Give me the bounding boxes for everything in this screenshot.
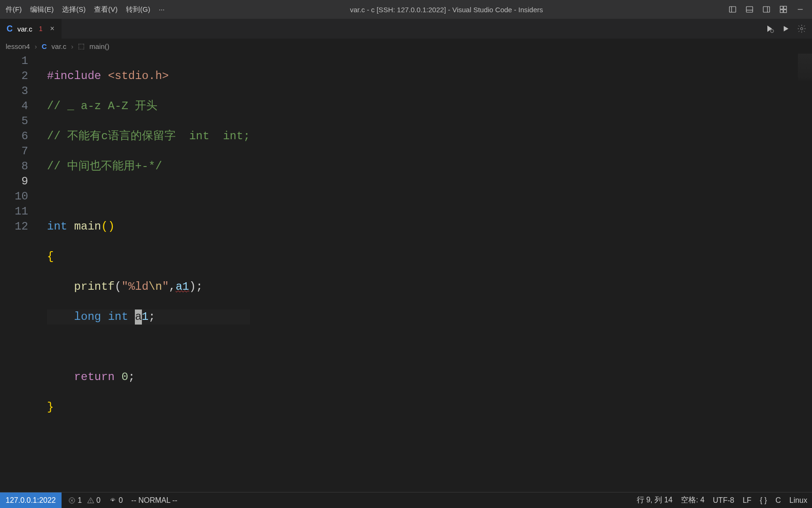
- editor[interactable]: 1 2 3 4 5 6 7 8 9 10 11 12 #include <std…: [0, 54, 812, 492]
- os-indicator[interactable]: Linux: [789, 496, 807, 505]
- ports-count: 0: [118, 496, 123, 504]
- breadcrumb-sep-icon: ›: [71, 42, 73, 50]
- token: 0: [121, 371, 128, 383]
- window-controls: [728, 5, 808, 14]
- encoding[interactable]: UTF-8: [713, 496, 734, 505]
- layout-customize-icon[interactable]: [779, 5, 788, 14]
- token: long: [74, 310, 102, 323]
- token: // _ a-z A-Z 开头: [47, 100, 157, 112]
- run-icon[interactable]: [781, 24, 790, 33]
- indentation[interactable]: 空格: 4: [681, 495, 704, 505]
- titlebar: 件(F) 编辑(E) 选择(S) 查看(V) 转到(G) ··· var.c -…: [0, 0, 812, 19]
- layout-panel-icon[interactable]: [745, 5, 754, 14]
- token: ,: [169, 280, 175, 293]
- token: ": [121, 280, 128, 293]
- line-number: 9: [0, 174, 28, 189]
- cursor-block: a: [135, 310, 141, 325]
- breadcrumb[interactable]: lesson4 › C var.c › ⬚ main(): [0, 39, 812, 54]
- warning-icon: [87, 497, 94, 504]
- line-number: 12: [0, 219, 28, 234]
- remote-host-badge[interactable]: 127.0.0.1:2022: [0, 492, 62, 508]
- c-lang-icon: C: [42, 42, 47, 50]
- menubar: 件(F) 编辑(E) 选择(S) 查看(V) 转到(G) ···: [4, 5, 164, 14]
- menu-more[interactable]: ···: [159, 5, 165, 14]
- line-number: 6: [0, 129, 28, 144]
- bracket-pair[interactable]: { }: [760, 496, 767, 505]
- token: #include: [47, 70, 101, 82]
- line-number: 10: [0, 189, 28, 204]
- line-number: 8: [0, 159, 28, 174]
- problems-errors[interactable]: 1 0: [68, 496, 101, 505]
- error-icon: [68, 497, 76, 504]
- breadcrumb-file[interactable]: var.c: [52, 42, 67, 50]
- svg-point-19: [90, 502, 91, 502]
- breadcrumb-symbol[interactable]: main(): [89, 42, 109, 50]
- line-number: 7: [0, 144, 28, 159]
- svg-point-14: [801, 28, 803, 30]
- tab-close-icon[interactable]: ×: [50, 24, 54, 33]
- svg-rect-9: [784, 10, 787, 13]
- token: (): [101, 220, 115, 233]
- tabbar: C var.c 1 ×: [0, 19, 812, 39]
- menu-select[interactable]: 选择(S): [62, 5, 86, 14]
- eol[interactable]: LF: [742, 496, 751, 505]
- svg-rect-2: [746, 7, 753, 12]
- line-number: 2: [0, 69, 28, 84]
- vim-mode: -- NORMAL --: [131, 496, 177, 505]
- error-token: a1: [176, 280, 189, 293]
- settings-gear-icon[interactable]: [797, 24, 806, 33]
- breadcrumb-folder[interactable]: lesson4: [6, 42, 30, 50]
- menu-edit[interactable]: 编辑(E): [30, 5, 54, 14]
- token: return: [74, 371, 115, 383]
- svg-marker-11: [767, 25, 772, 32]
- svg-rect-4: [763, 7, 770, 12]
- editor-actions: [765, 24, 812, 33]
- token: int: [108, 310, 128, 323]
- line-number: 11: [0, 204, 28, 219]
- warning-count: 0: [96, 496, 101, 504]
- line-number: 5: [0, 114, 28, 129]
- tab-var-c[interactable]: C var.c 1 ×: [0, 19, 62, 39]
- line-number: 4: [0, 99, 28, 114]
- layout-sidebar-right-icon[interactable]: [762, 5, 771, 14]
- layout-sidebar-left-icon[interactable]: [728, 5, 737, 14]
- radio-icon: [109, 497, 117, 504]
- window-title: var.c - c [SSH: 127.0.0.1:2022] - Visual…: [164, 6, 728, 14]
- line-number: 3: [0, 84, 28, 99]
- minimize-icon[interactable]: [796, 5, 804, 14]
- error-count: 1: [78, 496, 82, 504]
- token: {: [47, 250, 54, 263]
- menu-file[interactable]: 件(F): [6, 5, 22, 14]
- token: \n: [148, 280, 162, 293]
- language-mode[interactable]: C: [775, 496, 781, 505]
- token: (: [115, 280, 121, 293]
- svg-rect-7: [784, 6, 787, 9]
- code-area[interactable]: #include <stdio.h> // _ a-z A-Z 开头 // 不能…: [38, 54, 250, 492]
- token: );: [189, 280, 203, 293]
- line-number: 1: [0, 54, 28, 69]
- token: ;: [148, 310, 155, 323]
- ports-indicator[interactable]: 0: [109, 496, 123, 505]
- token: printf: [74, 280, 115, 293]
- svg-rect-6: [780, 6, 783, 9]
- tab-error-badge: 1: [39, 25, 43, 32]
- symbol-function-icon: ⬚: [78, 42, 85, 50]
- svg-rect-8: [780, 10, 783, 13]
- menu-go[interactable]: 转到(G): [126, 5, 150, 14]
- minimap[interactable]: [798, 54, 812, 101]
- menu-view[interactable]: 查看(V): [94, 5, 117, 14]
- token: ": [162, 280, 169, 293]
- token: <stdio.h>: [108, 70, 169, 82]
- cursor-position[interactable]: 行 9, 列 14: [637, 495, 672, 505]
- svg-point-12: [771, 30, 774, 33]
- token: // 中间也不能用+-*/: [47, 160, 162, 173]
- token: // 不能有c语言的保留字 int int;: [47, 130, 250, 143]
- svg-point-20: [112, 500, 114, 501]
- tab-filename: var.c: [17, 25, 32, 33]
- statusbar: 127.0.0.1:2022 1 0 0 -- NORMAL -- 行 9, 列…: [0, 492, 812, 508]
- token: %ld: [128, 280, 148, 293]
- token: int: [47, 220, 67, 233]
- token: }: [47, 401, 54, 413]
- run-config-icon[interactable]: [765, 24, 774, 33]
- svg-rect-0: [729, 7, 736, 12]
